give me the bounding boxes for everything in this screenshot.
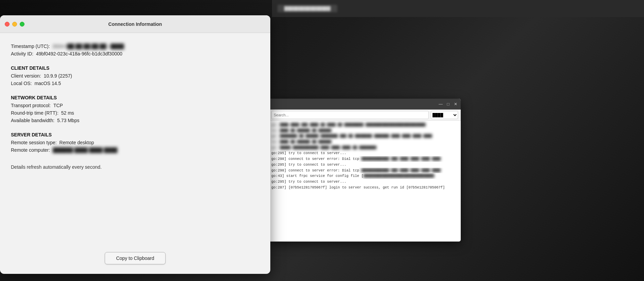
session-type-line: Remote session type: Remote desktop xyxy=(11,139,259,146)
terminal-titlebar: — □ ✕ xyxy=(269,99,461,110)
window-titlebar: Connection Information xyxy=(0,15,270,33)
log-line: to: ████ ██ ██████ ██ ██████ xyxy=(269,128,461,134)
client-version-line: Client version: 10.9.9 (2257) xyxy=(11,72,259,80)
copy-to-clipboard-button[interactable]: Copy to Clipboard xyxy=(105,252,165,264)
terminal-close-button[interactable]: ✕ xyxy=(453,102,458,106)
window-controls xyxy=(5,22,24,27)
window-content: Timestamp (UTC): 2024-0██ ██ ██:██:██ +█… xyxy=(0,33,270,274)
log-line: go: ████ ████ ███ ████ ██ ████ ██ ██████… xyxy=(269,122,461,128)
timestamp-section: Timestamp (UTC): 2024-0██ ██ ██:██:██ +█… xyxy=(11,43,259,58)
bandwidth-line: Available bandwidth: 5.73 Mbps xyxy=(11,117,259,124)
close-button[interactable] xyxy=(5,22,10,27)
activity-id-line: Activity ID: 49bf0492-023c-418a-96fc-b1d… xyxy=(11,50,259,57)
log-line: go:298] connect to server error: Dial tc… xyxy=(269,156,461,162)
log-line: go:43] start frpc service for config fil… xyxy=(269,173,461,179)
connection-info-window: Connection Information Timestamp (UTC): … xyxy=(0,15,270,274)
network-header: NETWORK DETAILS xyxy=(11,95,259,100)
window-title: Connection Information xyxy=(108,21,162,27)
transport-protocol-line: Transport protocol: TCP xyxy=(11,102,259,109)
server-details-section: SERVER DETAILS Remote session type: Remo… xyxy=(11,132,259,154)
maximize-button[interactable] xyxy=(20,22,24,27)
terminal-maximize-button[interactable]: □ xyxy=(446,102,451,106)
timestamp-line: Timestamp (UTC): 2024-0██ ██ ██:██:██ +█… xyxy=(11,43,259,50)
log-line: go: ████████ ██ ██████ ████████ ███ ██ █… xyxy=(269,133,461,139)
local-os-line: Local OS: macOS 14.5 xyxy=(11,80,259,87)
terminal-window: — □ ✕ ████ go: ████ ████ ███ ████ ██ ███… xyxy=(269,99,461,242)
log-line: go:298] connect to server error: Dial tc… xyxy=(269,168,461,173)
terminal-search-bar: ████ xyxy=(269,110,461,121)
log-line: go:295] try to connect to server... xyxy=(269,150,461,156)
terminal-search-input[interactable] xyxy=(271,111,429,119)
refresh-note: Details refresh automatically every seco… xyxy=(11,164,259,170)
log-line: to: ████ ██ ██████ ██ ██████ xyxy=(269,139,461,145)
top-bar: ████████████████ xyxy=(272,0,644,17)
client-details-section: CLIENT DETAILS Client version: 10.9.9 (2… xyxy=(11,65,259,87)
network-details-section: NETWORK DETAILS Transport protocol: TCP … xyxy=(11,95,259,125)
rtt-line: Round-trip time (RTT): 52 ms xyxy=(11,109,259,117)
log-line: go:287] [07b5e1281705067f] login to serv… xyxy=(269,185,461,191)
server-header: SERVER DETAILS xyxy=(11,132,259,137)
terminal-log-content: go: ████ ████ ███ ████ ██ ████ ██ ██████… xyxy=(269,121,461,242)
log-line: go: █████ ████████████ ████ ████ ████ ██… xyxy=(269,145,461,151)
minimize-button[interactable] xyxy=(12,22,17,27)
top-bar-tab: ████████████████ xyxy=(277,5,337,12)
remote-computer-line: Remote computer: ██████ ████ ████ ████ xyxy=(11,146,259,154)
terminal-minimize-button[interactable]: — xyxy=(438,102,443,106)
copy-button-area: Copy to Clipboard xyxy=(11,245,259,264)
log-line: go:295] try to connect to server... xyxy=(269,162,461,168)
client-header: CLIENT DETAILS xyxy=(11,65,259,71)
log-line: go:295] try to connect to server... xyxy=(269,179,461,185)
terminal-dropdown[interactable]: ████ xyxy=(431,111,458,119)
